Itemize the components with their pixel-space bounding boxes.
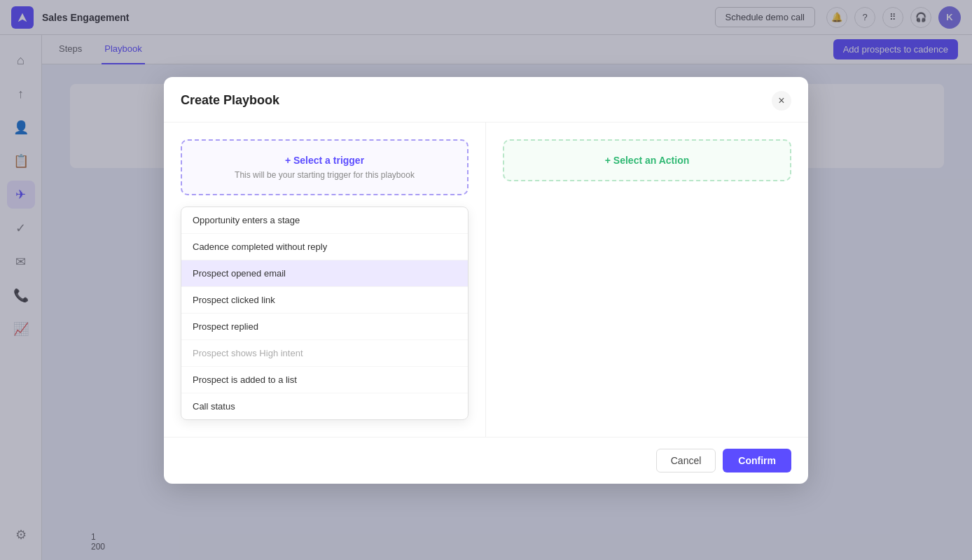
cancel-button[interactable]: Cancel xyxy=(656,449,716,472)
modal-overlay: Create Playbook × + Select a trigger Thi… xyxy=(0,0,972,560)
trigger-dropdown: Opportunity enters a stage Cadence compl… xyxy=(181,206,468,420)
trigger-option-prospect-opened[interactable]: Prospect opened email xyxy=(181,260,468,287)
modal-body: + Select a trigger This will be your sta… xyxy=(164,122,808,437)
trigger-select-box[interactable]: + Select a trigger This will be your sta… xyxy=(181,139,468,195)
trigger-sub-label: This will be your starting trigger for t… xyxy=(193,170,456,180)
confirm-button[interactable]: Confirm xyxy=(723,449,791,472)
trigger-option-high-intent: Prospect shows High intent xyxy=(181,340,468,367)
create-playbook-modal: Create Playbook × + Select a trigger Thi… xyxy=(164,77,808,484)
action-plus-label: + Select an Action xyxy=(515,155,779,166)
modal-footer: Cancel Confirm xyxy=(164,437,808,484)
trigger-plus-label: + Select a trigger xyxy=(193,155,456,166)
modal-header: Create Playbook × xyxy=(164,77,808,122)
trigger-option-call-status[interactable]: Call status xyxy=(181,393,468,419)
trigger-option-cadence-completed[interactable]: Cadence completed without reply xyxy=(181,234,468,260)
modal-close-button[interactable]: × xyxy=(772,91,791,111)
trigger-option-prospect-clicked[interactable]: Prospect clicked link xyxy=(181,287,468,314)
trigger-panel: + Select a trigger This will be your sta… xyxy=(164,122,486,437)
modal-title: Create Playbook xyxy=(181,93,279,108)
trigger-option-added-to-list[interactable]: Prospect is added to a list xyxy=(181,367,468,393)
trigger-option-prospect-replied[interactable]: Prospect replied xyxy=(181,314,468,340)
action-panel: + Select an Action xyxy=(486,122,808,437)
trigger-option-opportunity[interactable]: Opportunity enters a stage xyxy=(181,207,468,234)
action-select-box[interactable]: + Select an Action xyxy=(503,139,791,181)
